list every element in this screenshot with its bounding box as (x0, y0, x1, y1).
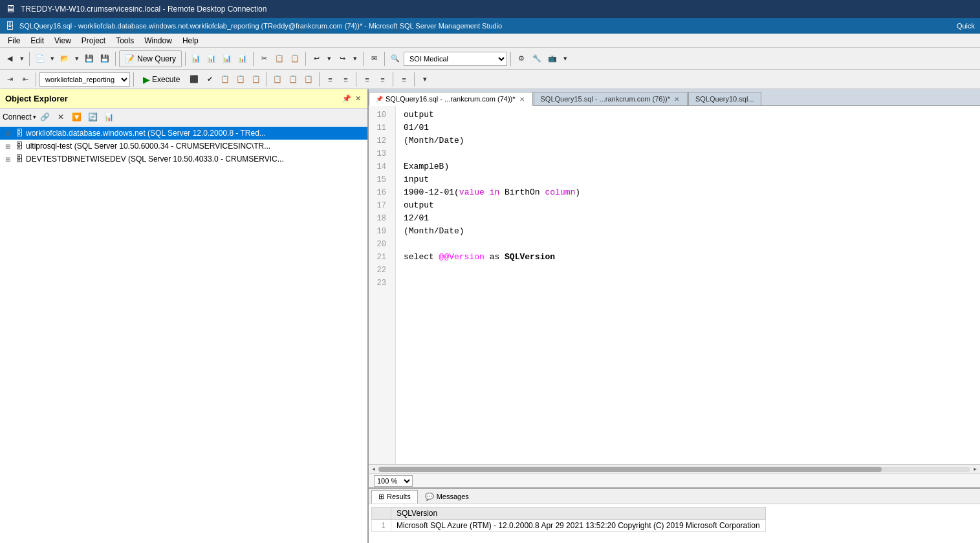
menu-edit[interactable]: Edit (25, 35, 49, 47)
email-button[interactable]: ✉ (367, 50, 381, 67)
back-dropdown[interactable]: ▾ (18, 50, 26, 67)
toolbar-icon4[interactable]: 📊 (235, 50, 250, 67)
toolbar-right1[interactable]: ⚙ (514, 50, 528, 67)
oe-pin-button[interactable]: 📌 (341, 93, 353, 104)
oe-properties[interactable]: 📊 (102, 109, 116, 125)
linenum-10: 10 (369, 109, 390, 122)
menu-view[interactable]: View (49, 35, 76, 47)
cut-button[interactable]: ✂ (257, 50, 271, 67)
results-icon: ⊞ (378, 493, 384, 501)
linenum-18: 18 (369, 212, 390, 225)
new-query-button[interactable]: 📝 New Query (119, 50, 182, 67)
tab-2[interactable]: SQLQuery15.sql - ...rankcrum.com (76))* … (534, 92, 688, 105)
oe-refresh-servers[interactable]: 🔗 (38, 109, 52, 125)
toolbar-right4[interactable]: ▾ (561, 50, 570, 67)
title-bar: 🖥 TREDDY-VM-W10.crumservicesinc.local - … (0, 0, 980, 18)
messages-icon: 💬 (425, 493, 434, 501)
options-dropdown[interactable]: ▾ (418, 71, 432, 88)
line-numbers: 10 11 12 13 14 15 16 17 18 19 20 21 22 2… (369, 106, 396, 464)
undo-button[interactable]: ↩ (309, 50, 323, 67)
display-ep2[interactable]: 📋 (234, 71, 248, 88)
connection-dropdown[interactable]: SOI Medical (404, 52, 507, 66)
linenum-14: 14 (369, 160, 390, 173)
editor-scrollbar[interactable]: ◀ ▶ (369, 464, 980, 473)
menu-help[interactable]: Help (177, 35, 204, 47)
toolbar-icon3[interactable]: 📊 (220, 50, 234, 67)
code-editor[interactable]: 10 11 12 13 14 15 16 17 18 19 20 21 22 2… (369, 106, 980, 487)
main-container: Object Explorer 📌 ✕ Connect ▾ 🔗 ✕ 🔽 🔄 📊 … (0, 89, 980, 543)
results-tab-results[interactable]: ⊞ Results (371, 490, 418, 504)
results-tab-messages[interactable]: 💬 Messages (418, 490, 476, 503)
oe-disconnect[interactable]: ✕ (54, 109, 68, 125)
redo-button[interactable]: ↪ (335, 50, 349, 67)
toolbar-right2[interactable]: 🔧 (530, 50, 544, 67)
oe-filter[interactable]: 🔽 (69, 109, 84, 125)
results-btn3[interactable]: 📋 (301, 71, 316, 88)
new-file-dropdown[interactable]: ▾ (49, 50, 56, 67)
tab-3[interactable]: SQLQuery10.sql... (688, 92, 761, 105)
database-dropdown[interactable]: workliofclab_reporting (39, 72, 130, 87)
scroll-track[interactable] (378, 467, 970, 472)
sep5 (305, 52, 306, 66)
results-table: SQLVersion 1 Microsoft SQL Azure (RTM) -… (371, 507, 766, 532)
scroll-left-arrow[interactable]: ◀ (370, 465, 377, 473)
menu-tools[interactable]: Tools (111, 35, 139, 47)
undo-dropdown[interactable]: ▾ (325, 50, 334, 67)
tree-server-icon-1: 🗄 (16, 129, 23, 138)
menu-window[interactable]: Window (139, 35, 177, 47)
menu-project[interactable]: Project (76, 35, 111, 47)
align-btn1[interactable]: ≡ (323, 71, 337, 88)
oe-close-button[interactable]: ✕ (354, 93, 362, 104)
toolbar-icon2[interactable]: 📊 (204, 50, 219, 67)
redo-dropdown[interactable]: ▾ (351, 50, 360, 67)
paste-button[interactable]: 📋 (288, 50, 302, 67)
save-all-button[interactable]: 💾 (98, 50, 112, 67)
linenum-23: 23 (369, 277, 390, 290)
oe-connect-label: Connect (3, 112, 32, 122)
align-btn2[interactable]: ≡ (338, 71, 353, 88)
sep11 (267, 72, 267, 87)
linenum-12: 12 (369, 134, 390, 147)
sep13 (356, 72, 356, 87)
code-content[interactable]: output 01/01 (Month/Date) ExampleB) inpu… (396, 106, 980, 464)
toolbar-right3[interactable]: 📺 (545, 50, 560, 67)
stop-button[interactable]: ⬛ (187, 71, 201, 88)
align-btn3[interactable]: ≡ (360, 71, 374, 88)
tab-1[interactable]: 📌 SQLQuery16.sql - ...rankcrum.com (74))… (369, 92, 533, 106)
tree-server-3[interactable]: ⊞ 🗄 DEVTESTDB\NETWISEDEV (SQL Server 10.… (0, 153, 367, 165)
oe-refresh[interactable]: 🔄 (85, 109, 100, 125)
align-btn5[interactable]: ≡ (397, 71, 411, 88)
toolbar-1: ◀ ▾ 📄 ▾ 📂 ▾ 💾 💾 📝 New Query 📊 📊 📊 📊 ✂ 📋 … (0, 48, 980, 70)
menu-file[interactable]: File (3, 35, 25, 47)
title-text: TREDDY-VM-W10.crumservicesinc.local - Re… (21, 5, 267, 14)
execute-button[interactable]: ▶ Execute (137, 72, 186, 87)
cell-sqlversion-1: Microsoft SQL Azure (RTM) - 12.0.2000.8 … (391, 520, 766, 532)
zoom-select[interactable]: 100 % (374, 475, 413, 487)
tab2-close-icon[interactable]: ✕ (673, 96, 681, 103)
indent-button[interactable]: ⇥ (3, 71, 17, 88)
tree-server-2[interactable]: ⊞ 🗄 ultiprosql-test (SQL Server 10.50.60… (0, 140, 367, 153)
sep7 (384, 52, 385, 66)
execute-label: Execute (152, 75, 180, 84)
parse-button[interactable]: ✔ (202, 71, 217, 88)
copy-button[interactable]: 📋 (272, 50, 287, 67)
open-button[interactable]: 📂 (58, 50, 72, 67)
display-ep1[interactable]: 📋 (218, 71, 232, 88)
new-file-button[interactable]: 📄 (33, 50, 47, 67)
tab2-label: SQLQuery15.sql - ...rankcrum.com (76))* (541, 95, 671, 103)
results-btn1[interactable]: 📋 (270, 71, 285, 88)
align-btn4[interactable]: ≡ (375, 71, 389, 88)
tree-server-1[interactable]: ⊞ 🗄 workliofclab.database.windows.net (S… (0, 127, 367, 140)
scroll-right-arrow[interactable]: ▶ (972, 465, 979, 473)
scroll-thumb (378, 467, 882, 472)
open-dropdown[interactable]: ▾ (73, 50, 81, 67)
results-btn2[interactable]: 📋 (286, 71, 300, 88)
toolbar-icon1[interactable]: 📊 (189, 50, 203, 67)
back-button[interactable]: ◀ (3, 50, 17, 67)
search-button[interactable]: 🔍 (388, 50, 402, 67)
outdent-button[interactable]: ⇤ (18, 71, 32, 88)
tree-server-label-2: ultiprosql-test (SQL Server 10.50.6000.3… (26, 142, 270, 151)
save-button[interactable]: 💾 (82, 50, 96, 67)
display-ep3[interactable]: 📋 (249, 71, 263, 88)
tab1-close-icon[interactable]: ✕ (518, 96, 526, 103)
